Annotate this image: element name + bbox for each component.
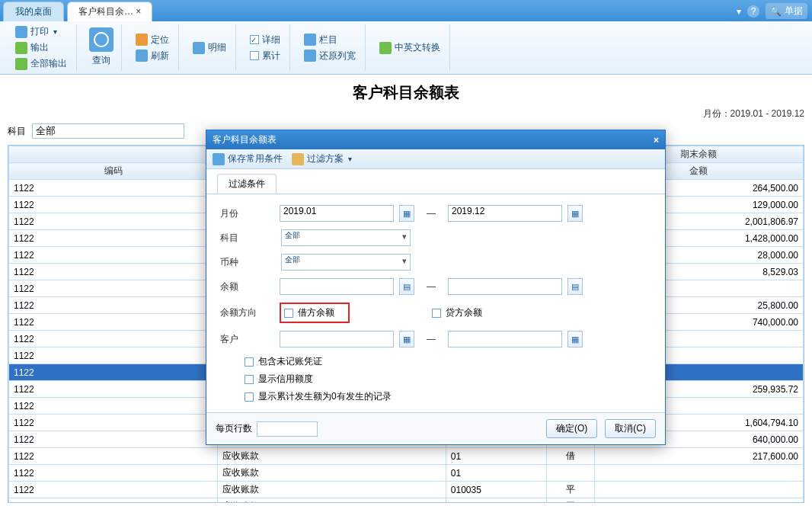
currency-select[interactable]: 全部	[281, 254, 411, 271]
label-balance-dir: 余额方向	[220, 306, 273, 319]
lang-icon	[379, 42, 392, 54]
label-credit: 贷方余额	[446, 306, 482, 319]
month-from-input[interactable]: 2019.01	[280, 205, 394, 222]
export-button[interactable]: 输出	[14, 40, 69, 55]
close-icon[interactable]: ×	[136, 6, 141, 17]
restore-width-button[interactable]: 还原列宽	[302, 49, 357, 63]
month-to-input[interactable]: 2019.12	[448, 205, 562, 222]
label-rows-per-page: 每页行数	[216, 422, 252, 435]
checkbox-credit-limit[interactable]	[245, 375, 254, 384]
cumulative-toggle[interactable]: 累计	[248, 49, 282, 63]
ribbon: 打印▾ 输出 全部输出 查询 定位 刷新 明细 详细 累计 栏目 还原列宽 中英…	[0, 21, 812, 75]
ok-button[interactable]: 确定(O)	[546, 419, 597, 438]
label-currency: 币种	[220, 256, 273, 269]
report-title: 客户科目余额表	[0, 75, 812, 107]
folder-icon	[292, 153, 304, 165]
topbar-right: ▾ ? 🔍单据	[737, 3, 807, 19]
help-icon[interactable]: ?	[747, 5, 759, 18]
columns-button[interactable]: 栏目	[302, 33, 357, 47]
window-tabs: 我的桌面 客户科目余… × ▾ ? 🔍单据	[0, 0, 812, 21]
tab-desktop[interactable]: 我的桌面	[3, 2, 64, 21]
subject-input[interactable]	[32, 123, 184, 139]
filter-scheme-button[interactable]: 过滤方案▾	[292, 152, 352, 165]
cancel-button[interactable]: 取消(C)	[605, 419, 656, 438]
checkbox-zero[interactable]	[245, 392, 254, 402]
save-icon	[213, 153, 225, 165]
width-icon	[304, 50, 316, 62]
label-customer: 客户	[220, 333, 273, 346]
checkbox-credit[interactable]	[432, 309, 441, 318]
search-icon: 🔍	[770, 6, 782, 17]
label-debit: 借方余额	[298, 306, 334, 319]
dialog-body: 月份 2019.01 ▦ — 2019.12 ▦ 科目 全部 币种 全部 余额 …	[206, 194, 665, 412]
lookup-icon[interactable]: ▦	[567, 331, 583, 347]
tab-report[interactable]: 客户科目余… ×	[67, 2, 152, 21]
dialog-titlebar[interactable]: 客户科目余额表 ×	[206, 130, 665, 149]
refresh-button[interactable]: 刷新	[134, 49, 171, 63]
close-icon[interactable]: ×	[654, 135, 659, 146]
table-row[interactable]: 1122应收账款01借217,600.00	[9, 448, 804, 465]
calc-icon[interactable]: ▤	[399, 278, 414, 295]
detail-button[interactable]: 明细	[191, 40, 228, 55]
detail-icon	[193, 42, 205, 54]
dialog-footer: 每页行数 确定(O) 取消(C)	[206, 412, 665, 444]
label-month: 月份	[220, 207, 273, 220]
checkbox-unposted[interactable]	[245, 357, 254, 367]
printer-icon	[15, 26, 27, 38]
balance-to-input[interactable]	[448, 278, 562, 295]
export-all-button[interactable]: 全部输出	[14, 56, 69, 71]
calendar-icon[interactable]: ▦	[567, 205, 583, 222]
checkbox-icon	[250, 51, 259, 60]
locate-icon	[136, 34, 148, 46]
filter-dialog: 客户科目余额表 × 保存常用条件 过滤方案▾ 过滤条件 月份 2019.01 ▦…	[206, 130, 666, 445]
rows-per-page-input[interactable]	[257, 421, 318, 437]
detailed-toggle[interactable]: 详细	[248, 33, 282, 47]
label-subject: 科目	[220, 232, 273, 245]
customer-from-input[interactable]	[280, 331, 394, 347]
debit-balance-highlight: 借方余额	[280, 303, 350, 323]
dialog-tabs: 过滤条件	[206, 169, 665, 194]
tab-filter-conditions[interactable]: 过滤条件	[217, 174, 277, 194]
query-button[interactable]: 查询	[91, 53, 112, 68]
subject-label: 科目	[8, 125, 26, 138]
table-row[interactable]: 1122应收账款01	[9, 465, 804, 482]
customer-to-input[interactable]	[448, 331, 562, 347]
period-label: 月份：2019.01 - 2019.12	[0, 107, 812, 120]
subject-select[interactable]: 全部	[281, 229, 411, 246]
calc-icon[interactable]: ▤	[567, 278, 583, 295]
columns-icon	[304, 34, 316, 46]
table-row[interactable]: 1122应收账款010035平	[9, 482, 804, 498]
export-all-icon	[15, 58, 27, 70]
col-code[interactable]: 编码	[9, 163, 218, 180]
balance-from-input[interactable]	[280, 278, 394, 295]
export-icon	[15, 42, 27, 54]
checkbox-debit[interactable]	[284, 309, 293, 318]
print-button[interactable]: 打印▾	[14, 24, 69, 39]
save-common-button[interactable]: 保存常用条件	[213, 152, 283, 165]
lookup-icon[interactable]: ▦	[399, 331, 414, 347]
query-icon	[89, 27, 113, 52]
calendar-icon[interactable]: ▦	[399, 205, 414, 222]
label-balance: 余额	[220, 280, 273, 293]
dialog-toolbar: 保存常用条件 过滤方案▾	[206, 149, 665, 169]
chevron-down-icon[interactable]: ▾	[737, 6, 741, 17]
locate-button[interactable]: 定位	[134, 33, 171, 47]
lang-button[interactable]: 中英文转换	[378, 40, 442, 55]
global-search[interactable]: 🔍单据	[766, 3, 807, 19]
dialog-title: 客户科目余额表	[213, 133, 277, 146]
checkbox-icon	[250, 35, 259, 44]
table-row[interactable]: 1122应收账款010038平	[9, 498, 804, 504]
refresh-icon	[136, 50, 148, 62]
